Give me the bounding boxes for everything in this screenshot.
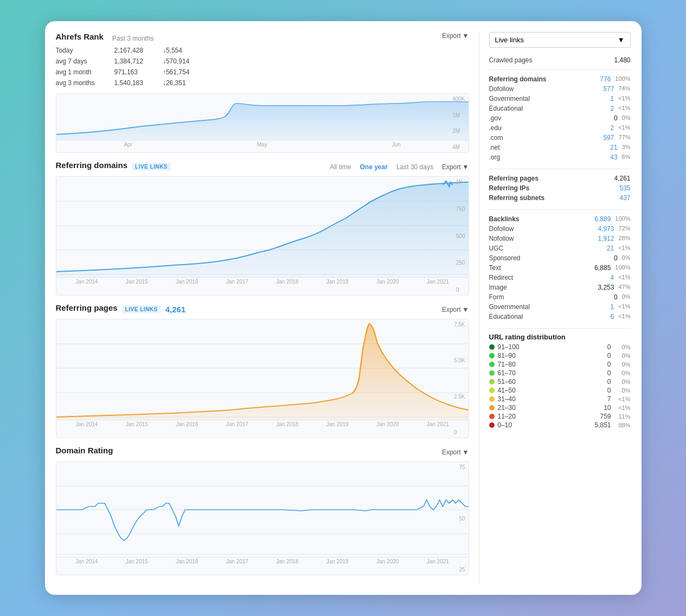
domain-rating-export[interactable]: Export ▼: [442, 448, 469, 456]
ref-domains-chart: 1K 750 500 250 0 Jan 2014 Jan 2015 Jan 2…: [56, 176, 469, 296]
referring-domains-section: Referring domains LIVE LINKS All time On…: [56, 161, 469, 296]
right-backlinks-section: Backlinks 6,889 100% Dofollow 4,973 72% …: [489, 214, 631, 322]
url-dot-41-50: [489, 388, 495, 393]
rank-chart-x-labels: Apr May Jun: [56, 140, 469, 149]
url-dot-71-80: [489, 362, 495, 367]
url-dot-21-30: [489, 405, 495, 410]
ref-pages-count: 4,261: [165, 305, 186, 314]
right-ref-domains: Referring domains 776 100% Dofollow 577 …: [489, 74, 631, 162]
main-card: Ahrefs Rank Past 3 months Export ▼ Today…: [45, 21, 642, 595]
tab-one-year[interactable]: One year: [360, 163, 388, 171]
url-dot-51-60: [489, 379, 495, 384]
right-org-row: .org 43 6%: [489, 152, 631, 162]
right-bl-sponsored: Sponsored 0 0%: [489, 253, 631, 263]
url-dot-11-20: [489, 414, 495, 419]
ref-domains-title: Referring domains: [56, 161, 128, 170]
right-panel: Live links ▼ Crawled pages 1,480 Referri…: [479, 32, 631, 584]
ref-pages-chart-x-labels: Jan 2014 Jan 2015 Jan 2016 Jan 2017 Jan …: [56, 420, 469, 428]
url-dist-21-30: 21–30 10 <1%: [489, 403, 631, 412]
tab-all-time[interactable]: All time: [330, 163, 351, 171]
url-dist-71-80: 71–80 0 0%: [489, 360, 631, 369]
right-ref-subnets-row: Referring subnets 437: [489, 193, 631, 203]
divider-4: [489, 328, 631, 329]
ref-domains-header: Referring domains LIVE LINKS All time On…: [56, 161, 469, 173]
right-net-row: .net 21 3%: [489, 143, 631, 152]
ahrefs-rank-section: Ahrefs Rank Past 3 months Export ▼ Today…: [56, 32, 469, 153]
time-tabs: All time One year Last 30 days: [330, 163, 433, 171]
rank-stats-container: Today 2,167,428 ↓5,554 avg 7 days 1,384,…: [56, 47, 469, 89]
divider-2: [489, 169, 631, 169]
url-dist-41-50: 41–50 0 0%: [489, 386, 631, 395]
divider-1: [489, 69, 631, 70]
dropdown-arrow-icon: ▼: [618, 36, 625, 44]
left-panel: Ahrefs Rank Past 3 months Export ▼ Today…: [56, 32, 479, 584]
ahrefs-rank-title: Ahrefs Rank: [56, 32, 104, 41]
right-bl-text: Text 6,885 100%: [489, 263, 631, 273]
ref-pages-chart: 7.5K 5.0K 2.5K 0 Jan 2014 Jan 2015 Jan 2…: [56, 319, 469, 438]
url-dist-61-70: 61–70 0 0%: [489, 369, 631, 377]
url-dist-81-90: 81–90 0 0%: [489, 351, 631, 360]
url-dot-0-10: [489, 422, 495, 428]
right-educational-row: Educational 2 <1%: [489, 104, 631, 113]
ref-dom-chart-y-labels: 1K 750 500 250 0: [456, 177, 465, 295]
domain-rating-chart-x-labels: Jan 2014 Jan 2015 Jan 2016 Jan 2017 Jan …: [56, 557, 469, 566]
rank-stats-grid: Today 2,167,428 ↓5,554 avg 7 days 1,384,…: [56, 47, 203, 89]
ahrefs-rank-chart: 400K 1M 2M 4M Apr May Jun: [56, 93, 469, 153]
ref-pages-header: Referring pages LIVE LINKS 4,261 Export …: [56, 303, 469, 316]
right-bl-governmental: Governmental 1 <1%: [489, 302, 631, 312]
ref-pages-chart-y-labels: 7.5K 5.0K 2.5K 0: [454, 319, 465, 438]
right-url-rating-section: URL rating distribution 91–100 0 0% 81–9…: [489, 333, 631, 429]
url-dot-61-70: [489, 370, 495, 376]
period-label: Past 3 months: [112, 35, 154, 42]
right-bl-dofollow: Dofollow 4,973 72%: [489, 224, 631, 234]
url-dot-91-100: [489, 344, 495, 350]
ref-domains-badge: LIVE LINKS: [132, 163, 171, 171]
right-ref-pages-row: Referring pages 4,261: [489, 174, 631, 183]
crawled-pages-row: Crawled pages 1,480: [489, 55, 631, 65]
right-ref-domains-row-0: Referring domains 776 100%: [489, 74, 631, 84]
domain-rating-chart-y-labels: 75 50 25: [459, 462, 465, 575]
right-backlinks-row: Backlinks 6,889 100%: [489, 214, 631, 224]
right-bl-educational: Educational 6 <1%: [489, 312, 631, 322]
right-com-row: .com 597 77%: [489, 133, 631, 143]
domain-rating-header: Domain Rating Export ▼: [56, 446, 469, 458]
right-edu-row: .edu 2 <1%: [489, 123, 631, 133]
domain-rating-section: Domain Rating Export ▼ 75 50: [56, 446, 469, 575]
right-governmental-row: Governmental 1 <1%: [489, 94, 631, 104]
right-bl-image: Image 3,253 47%: [489, 283, 631, 292]
url-dot-31-40: [489, 396, 495, 402]
right-ref-ips-row: Referring IPs 535: [489, 183, 631, 193]
divider-3: [489, 209, 631, 210]
ahrefs-rank-export[interactable]: Export ▼: [442, 32, 469, 40]
url-dist-11-20: 11–20 759 11%: [489, 412, 631, 421]
right-bl-nofollow: Nofollow 1,912 28%: [489, 234, 631, 243]
rank-chart-y-labels: 400K 1M 2M 4M: [452, 94, 465, 152]
crawled-pages-label: Crawled pages: [489, 56, 533, 64]
url-dist-0-10: 0–10 5,851 88%: [489, 421, 631, 429]
url-dist-31-40: 31–40 7 <1%: [489, 395, 631, 403]
url-dot-81-90: [489, 353, 495, 358]
domain-rating-title: Domain Rating: [56, 446, 113, 455]
ref-domains-export[interactable]: Export ▼: [442, 163, 469, 171]
right-bl-ugc: UGC 21 <1%: [489, 243, 631, 253]
ref-pages-export[interactable]: Export ▼: [442, 306, 469, 313]
right-ref-pages-group: Referring pages 4,261 Referring IPs 535 …: [489, 174, 631, 203]
ref-pages-badge: LIVE LINKS: [122, 305, 161, 313]
url-dist-51-60: 51–60 0 0%: [489, 377, 631, 386]
referring-pages-section: Referring pages LIVE LINKS 4,261 Export …: [56, 303, 469, 438]
right-bl-redirect: Redirect 4 <1%: [489, 273, 631, 283]
crawled-pages-value: 1,480: [614, 56, 630, 64]
ref-dom-chart-x-labels: Jan 2014 Jan 2015 Jan 2016 Jan 2017 Jan …: [56, 277, 469, 286]
domain-rating-chart: 75 50 25 Jan 2014 Jan 2015 Jan 2016 Jan …: [56, 461, 469, 575]
url-rating-title: URL rating distribution: [489, 333, 631, 341]
ref-pages-title: Referring pages: [56, 303, 118, 312]
tab-last-30[interactable]: Last 30 days: [396, 163, 433, 171]
live-links-dropdown[interactable]: Live links ▼: [489, 32, 631, 48]
right-gov-row: .gov 0 0%: [489, 113, 631, 123]
right-bl-form: Form 0 0%: [489, 292, 631, 302]
url-dist-91-100: 91–100 0 0%: [489, 343, 631, 351]
right-dofollow-row: Dofollow 577 74%: [489, 84, 631, 94]
dropdown-label: Live links: [495, 36, 524, 44]
